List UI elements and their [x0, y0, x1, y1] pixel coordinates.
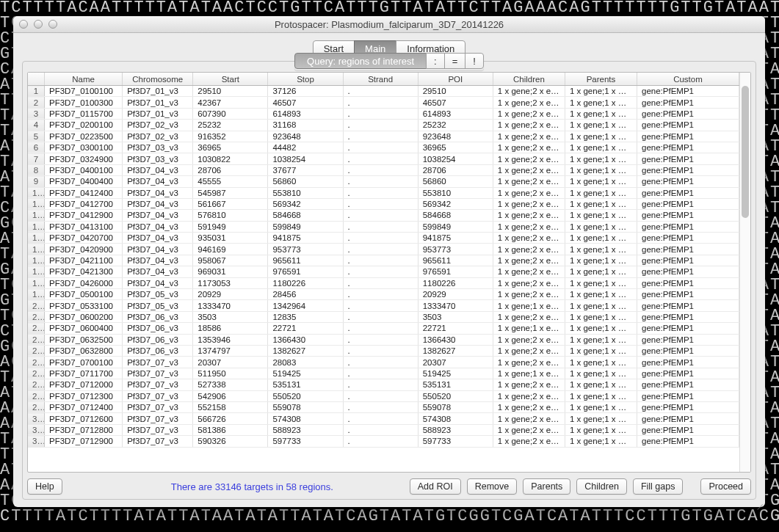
titlebar[interactable]: Protospacer: Plasmodium_falciparum_3D7_2… [13, 16, 765, 33]
proceed-button[interactable]: Proceed [700, 478, 751, 495]
cell-poi[interactable]: 20307 [418, 357, 493, 368]
cell-custom[interactable]: gene:PfEMP1 [637, 176, 739, 187]
col-parents[interactable]: Parents [565, 73, 637, 86]
cell-custom[interactable]: gene:PfEMP1 [637, 120, 739, 131]
cell-stop[interactable]: 588923 [268, 424, 343, 435]
cell-rownum[interactable]: 4 [28, 120, 44, 131]
cell-chromosome[interactable]: Pf3D7_04_v3 [123, 233, 193, 244]
cell-chromosome[interactable]: Pf3D7_04_v3 [123, 187, 193, 198]
close-icon[interactable] [19, 20, 28, 29]
cell-children[interactable]: 1 x gene;2 x ex… [493, 401, 565, 412]
table-row[interactable]: 19PF3D7_0500100Pf3D7_05_v32092928456.209… [28, 289, 739, 300]
cell-rownum[interactable]: 30 [28, 413, 44, 424]
table-row[interactable]: 10PF3D7_0412400Pf3D7_04_v3545987553810.5… [28, 187, 739, 198]
cell-name[interactable]: PF3D7_0324900 [44, 153, 122, 164]
cell-rownum[interactable]: 1 [28, 86, 44, 97]
cell-rownum[interactable]: 32 [28, 436, 44, 447]
cell-children[interactable]: 1 x gene;2 x ex… [493, 164, 565, 175]
col-chromosome[interactable]: Chromosome [123, 73, 193, 86]
cell-strand[interactable]: . [343, 300, 418, 311]
cell-name[interactable]: PF3D7_0600400 [44, 323, 122, 334]
cell-start[interactable]: 1333470 [193, 300, 268, 311]
cell-stop[interactable]: 597733 [268, 436, 343, 447]
table-row[interactable]: 25PF3D7_0700100Pf3D7_07_v32030728083.203… [28, 357, 739, 368]
cell-strand[interactable]: . [343, 120, 418, 131]
cell-rownum[interactable]: 28 [28, 390, 44, 401]
table-row[interactable]: 8PF3D7_0400100Pf3D7_04_v32870637677.2870… [28, 164, 739, 175]
cell-poi[interactable]: 941875 [418, 233, 493, 244]
cell-parents[interactable]: 1 x gene;1 x mr… [565, 142, 637, 153]
cell-start[interactable]: 591949 [193, 221, 268, 232]
cell-poi[interactable]: 599849 [418, 221, 493, 232]
cell-chromosome[interactable]: Pf3D7_06_v3 [123, 323, 193, 334]
cell-strand[interactable]: . [343, 221, 418, 232]
cell-name[interactable]: PF3D7_0500100 [44, 289, 122, 300]
cell-children[interactable]: 1 x gene;2 x ex… [493, 255, 565, 266]
col-rownum[interactable] [28, 73, 44, 86]
cell-start[interactable]: 527338 [193, 379, 268, 390]
cell-parents[interactable]: 1 x gene;1 x mr… [565, 187, 637, 198]
cell-poi[interactable]: 574308 [418, 413, 493, 424]
cell-parents[interactable]: 1 x gene;1 x mr… [565, 233, 637, 244]
cell-poi[interactable]: 56860 [418, 176, 493, 187]
cell-stop[interactable]: 28456 [268, 289, 343, 300]
cell-custom[interactable]: gene:PfEMP1 [637, 323, 739, 334]
cell-children[interactable]: 1 x gene;2 x ex… [493, 221, 565, 232]
zoom-icon[interactable] [48, 20, 57, 29]
cell-name[interactable]: PF3D7_0223500 [44, 131, 122, 142]
cell-custom[interactable]: gene:PfEMP1 [637, 255, 739, 266]
cell-custom[interactable]: gene:PfEMP1 [637, 379, 739, 390]
cell-custom[interactable]: gene:PfEMP1 [637, 345, 739, 356]
cell-parents[interactable]: 1 x gene;1 x mr… [565, 108, 637, 119]
cell-children[interactable]: 1 x gene;2 x ex… [493, 210, 565, 221]
cell-name[interactable]: PF3D7_0632500 [44, 334, 122, 345]
cell-stop[interactable]: 1038254 [268, 153, 343, 164]
cell-custom[interactable]: gene:PfEMP1 [637, 233, 739, 244]
cell-parents[interactable]: 1 x gene;1 x mr… [565, 311, 637, 322]
col-custom[interactable]: Custom [637, 73, 739, 86]
col-poi[interactable]: POI [418, 73, 493, 86]
cell-parents[interactable]: 1 x gene;1 x mr… [565, 424, 637, 435]
cell-strand[interactable]: . [343, 142, 418, 153]
cell-chromosome[interactable]: Pf3D7_07_v3 [123, 368, 193, 379]
cell-custom[interactable]: gene:PfEMP1 [637, 221, 739, 232]
cell-custom[interactable]: gene:PfEMP1 [637, 86, 739, 97]
cell-rownum[interactable]: 2 [28, 97, 44, 108]
query-bang-button[interactable]: ! [465, 53, 484, 69]
cell-children[interactable]: 1 x gene;2 x ex… [493, 131, 565, 142]
cell-rownum[interactable]: 13 [28, 221, 44, 232]
cell-start[interactable]: 935031 [193, 233, 268, 244]
cell-strand[interactable]: . [343, 244, 418, 255]
cell-rownum[interactable]: 18 [28, 277, 44, 288]
cell-strand[interactable]: . [343, 108, 418, 119]
cell-custom[interactable]: gene:PfEMP1 [637, 311, 739, 322]
cell-name[interactable]: PF3D7_0712300 [44, 390, 122, 401]
cell-parents[interactable]: 1 x gene;1 x mr… [565, 357, 637, 368]
cell-strand[interactable]: . [343, 390, 418, 401]
cell-chromosome[interactable]: Pf3D7_01_v3 [123, 97, 193, 108]
cell-rownum[interactable]: 19 [28, 289, 44, 300]
cell-rownum[interactable]: 8 [28, 164, 44, 175]
cell-children[interactable]: 1 x gene;2 x ex… [493, 153, 565, 164]
cell-start[interactable]: 1374797 [193, 345, 268, 356]
cell-start[interactable]: 18586 [193, 323, 268, 334]
cell-chromosome[interactable]: Pf3D7_06_v3 [123, 311, 193, 322]
cell-start[interactable]: 20307 [193, 357, 268, 368]
table-row[interactable]: 29PF3D7_0712400Pf3D7_07_v3552158559078.5… [28, 401, 739, 412]
cell-rownum[interactable]: 23 [28, 334, 44, 345]
cell-parents[interactable]: 1 x gene;1 x mr… [565, 153, 637, 164]
query-colon-button[interactable]: : [426, 53, 445, 69]
cell-parents[interactable]: 1 x gene;1 x mr… [565, 345, 637, 356]
col-name[interactable]: Name [44, 73, 122, 86]
cell-start[interactable]: 25232 [193, 120, 268, 131]
cell-rownum[interactable]: 6 [28, 142, 44, 153]
cell-stop[interactable]: 1180226 [268, 277, 343, 288]
cell-stop[interactable]: 22721 [268, 323, 343, 334]
cell-children[interactable]: 1 x gene;2 x ex… [493, 142, 565, 153]
table-row[interactable]: 28PF3D7_0712300Pf3D7_07_v3542906550520.5… [28, 390, 739, 401]
cell-stop[interactable]: 559078 [268, 401, 343, 412]
cell-start[interactable]: 552158 [193, 401, 268, 412]
cell-strand[interactable]: . [343, 131, 418, 142]
cell-start[interactable]: 36965 [193, 142, 268, 153]
cell-children[interactable]: 1 x gene;2 x ex… [493, 97, 565, 108]
